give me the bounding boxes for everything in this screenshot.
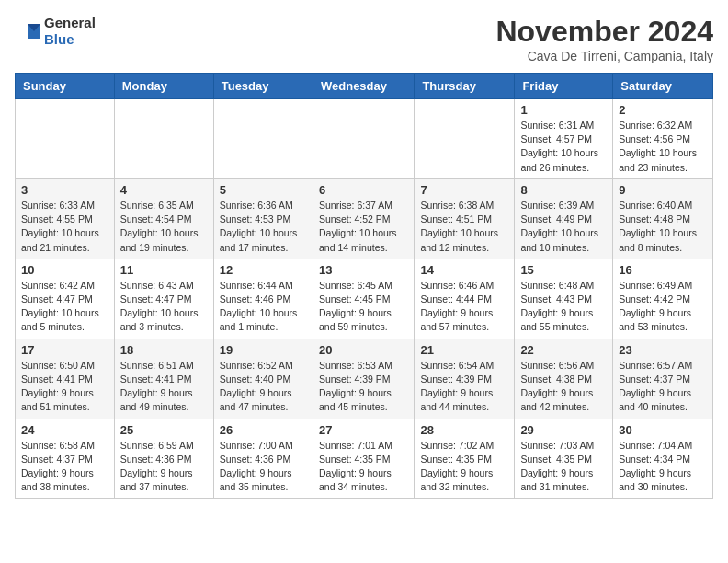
day-number: 10 (21, 263, 108, 277)
header-saturday: Saturday (613, 74, 713, 99)
day-detail: Sunrise: 6:59 AM Sunset: 4:36 PM Dayligh… (120, 439, 208, 495)
day-number: 6 (319, 183, 408, 197)
day-detail: Sunrise: 6:39 AM Sunset: 4:49 PM Dayligh… (520, 199, 607, 255)
day-detail: Sunrise: 6:48 AM Sunset: 4:43 PM Dayligh… (520, 279, 607, 335)
calendar-title: November 2024 (495, 15, 713, 49)
calendar-row: 24Sunrise: 6:58 AM Sunset: 4:37 PM Dayli… (16, 419, 713, 499)
header-row: SundayMondayTuesdayWednesdayThursdayFrid… (16, 74, 713, 99)
day-detail: Sunrise: 6:33 AM Sunset: 4:55 PM Dayligh… (21, 199, 108, 255)
calendar-cell: 18Sunrise: 6:51 AM Sunset: 4:41 PM Dayli… (114, 339, 213, 419)
day-detail: Sunrise: 6:56 AM Sunset: 4:38 PM Dayligh… (520, 359, 607, 415)
day-number: 11 (120, 263, 208, 277)
day-number: 19 (220, 343, 307, 357)
calendar-cell: 23Sunrise: 6:57 AM Sunset: 4:37 PM Dayli… (613, 339, 713, 419)
day-detail: Sunrise: 6:44 AM Sunset: 4:46 PM Dayligh… (220, 279, 307, 335)
calendar-cell: 22Sunrise: 6:56 AM Sunset: 4:38 PM Dayli… (515, 339, 613, 419)
calendar-row: 17Sunrise: 6:50 AM Sunset: 4:41 PM Dayli… (16, 339, 713, 419)
location-subtitle: Cava De Tirreni, Campania, Italy (495, 49, 713, 63)
day-number: 1 (520, 103, 607, 117)
calendar-row: 1Sunrise: 6:31 AM Sunset: 4:57 PM Daylig… (16, 99, 713, 179)
day-number: 16 (619, 263, 707, 277)
calendar-cell: 1Sunrise: 6:31 AM Sunset: 4:57 PM Daylig… (515, 99, 613, 179)
calendar-cell: 14Sunrise: 6:46 AM Sunset: 4:44 PM Dayli… (415, 259, 515, 339)
header-tuesday: Tuesday (213, 74, 313, 99)
day-number: 9 (619, 183, 707, 197)
calendar-cell: 12Sunrise: 6:44 AM Sunset: 4:46 PM Dayli… (213, 259, 313, 339)
calendar-cell: 28Sunrise: 7:02 AM Sunset: 4:35 PM Dayli… (415, 419, 515, 499)
day-number: 27 (319, 423, 408, 437)
calendar-cell (213, 99, 313, 179)
calendar-cell: 27Sunrise: 7:01 AM Sunset: 4:35 PM Dayli… (313, 419, 414, 499)
logo-blue: Blue (44, 31, 74, 47)
calendar-cell: 25Sunrise: 6:59 AM Sunset: 4:36 PM Dayli… (114, 419, 213, 499)
day-number: 14 (420, 263, 508, 277)
day-number: 17 (21, 343, 108, 357)
day-detail: Sunrise: 6:57 AM Sunset: 4:37 PM Dayligh… (619, 359, 707, 415)
calendar-cell: 16Sunrise: 6:49 AM Sunset: 4:42 PM Dayli… (613, 259, 713, 339)
logo-general: General (44, 15, 96, 30)
calendar-cell: 9Sunrise: 6:40 AM Sunset: 4:48 PM Daylig… (613, 178, 713, 259)
day-detail: Sunrise: 6:42 AM Sunset: 4:47 PM Dayligh… (21, 279, 108, 335)
day-number: 8 (520, 183, 607, 197)
day-detail: Sunrise: 6:49 AM Sunset: 4:42 PM Dayligh… (619, 279, 707, 335)
day-detail: Sunrise: 6:46 AM Sunset: 4:44 PM Dayligh… (420, 279, 508, 335)
day-number: 2 (619, 103, 707, 117)
header-friday: Friday (515, 74, 613, 99)
day-detail: Sunrise: 6:43 AM Sunset: 4:47 PM Dayligh… (120, 279, 208, 335)
day-detail: Sunrise: 7:04 AM Sunset: 4:34 PM Dayligh… (619, 439, 707, 495)
day-number: 3 (21, 183, 108, 197)
day-number: 15 (520, 263, 607, 277)
calendar-cell: 20Sunrise: 6:53 AM Sunset: 4:39 PM Dayli… (313, 339, 414, 419)
day-number: 12 (220, 263, 307, 277)
day-number: 29 (520, 423, 607, 437)
logo: General Blue (15, 15, 96, 48)
day-number: 23 (619, 343, 707, 357)
calendar-cell: 3Sunrise: 6:33 AM Sunset: 4:55 PM Daylig… (16, 178, 115, 259)
day-detail: Sunrise: 6:36 AM Sunset: 4:53 PM Dayligh… (220, 199, 307, 255)
day-detail: Sunrise: 6:32 AM Sunset: 4:56 PM Dayligh… (619, 119, 707, 175)
header-wednesday: Wednesday (313, 74, 414, 99)
day-detail: Sunrise: 6:58 AM Sunset: 4:37 PM Dayligh… (21, 439, 108, 495)
calendar-table: SundayMondayTuesdayWednesdayThursdayFrid… (15, 73, 713, 499)
day-number: 5 (220, 183, 307, 197)
calendar-row: 3Sunrise: 6:33 AM Sunset: 4:55 PM Daylig… (16, 178, 713, 259)
calendar-cell: 5Sunrise: 6:36 AM Sunset: 4:53 PM Daylig… (213, 178, 313, 259)
day-number: 24 (21, 423, 108, 437)
day-detail: Sunrise: 6:52 AM Sunset: 4:40 PM Dayligh… (220, 359, 307, 415)
day-number: 20 (319, 343, 408, 357)
day-detail: Sunrise: 7:02 AM Sunset: 4:35 PM Dayligh… (420, 439, 508, 495)
day-number: 13 (319, 263, 408, 277)
day-detail: Sunrise: 6:50 AM Sunset: 4:41 PM Dayligh… (21, 359, 108, 415)
calendar-cell: 30Sunrise: 7:04 AM Sunset: 4:34 PM Dayli… (613, 419, 713, 499)
header-monday: Monday (114, 74, 213, 99)
day-number: 22 (520, 343, 607, 357)
calendar-cell: 2Sunrise: 6:32 AM Sunset: 4:56 PM Daylig… (613, 99, 713, 179)
calendar-cell: 24Sunrise: 6:58 AM Sunset: 4:37 PM Dayli… (16, 419, 115, 499)
logo-icon (15, 20, 40, 42)
day-number: 25 (120, 423, 208, 437)
calendar-cell: 7Sunrise: 6:38 AM Sunset: 4:51 PM Daylig… (415, 178, 515, 259)
calendar-cell: 8Sunrise: 6:39 AM Sunset: 4:49 PM Daylig… (515, 178, 613, 259)
calendar-cell: 17Sunrise: 6:50 AM Sunset: 4:41 PM Dayli… (16, 339, 115, 419)
day-number: 4 (120, 183, 208, 197)
calendar-cell: 13Sunrise: 6:45 AM Sunset: 4:45 PM Dayli… (313, 259, 414, 339)
day-detail: Sunrise: 7:01 AM Sunset: 4:35 PM Dayligh… (319, 439, 408, 495)
calendar-cell: 11Sunrise: 6:43 AM Sunset: 4:47 PM Dayli… (114, 259, 213, 339)
day-number: 7 (420, 183, 508, 197)
day-number: 26 (220, 423, 307, 437)
calendar-cell: 15Sunrise: 6:48 AM Sunset: 4:43 PM Dayli… (515, 259, 613, 339)
day-number: 28 (420, 423, 508, 437)
day-detail: Sunrise: 6:53 AM Sunset: 4:39 PM Dayligh… (319, 359, 408, 415)
day-number: 21 (420, 343, 508, 357)
calendar-cell (16, 99, 115, 179)
header-sunday: Sunday (16, 74, 115, 99)
calendar-cell: 21Sunrise: 6:54 AM Sunset: 4:39 PM Dayli… (415, 339, 515, 419)
day-detail: Sunrise: 6:40 AM Sunset: 4:48 PM Dayligh… (619, 199, 707, 255)
day-detail: Sunrise: 6:35 AM Sunset: 4:54 PM Dayligh… (120, 199, 208, 255)
day-detail: Sunrise: 6:54 AM Sunset: 4:39 PM Dayligh… (420, 359, 508, 415)
day-detail: Sunrise: 7:00 AM Sunset: 4:36 PM Dayligh… (220, 439, 307, 495)
day-detail: Sunrise: 6:51 AM Sunset: 4:41 PM Dayligh… (120, 359, 208, 415)
day-detail: Sunrise: 6:45 AM Sunset: 4:45 PM Dayligh… (319, 279, 408, 335)
header-thursday: Thursday (415, 74, 515, 99)
title-section: November 2024 Cava De Tirreni, Campania,… (495, 15, 713, 63)
